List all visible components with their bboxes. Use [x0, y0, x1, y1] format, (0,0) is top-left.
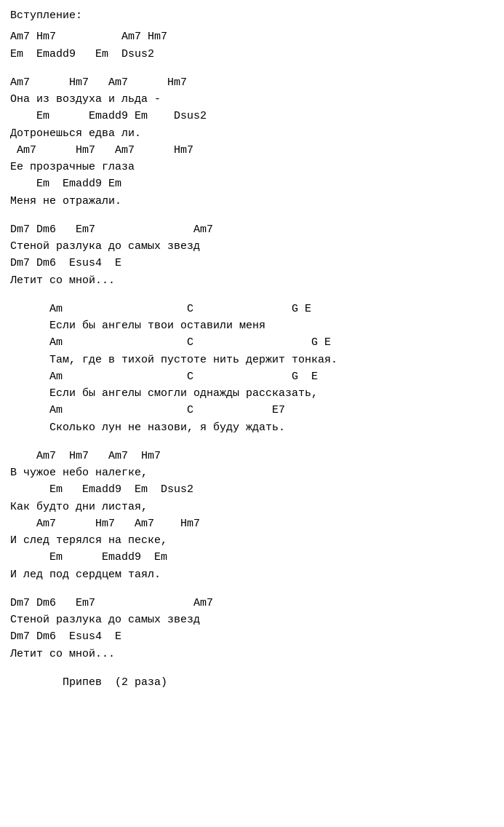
bridge1: Dm7 Dm6 Em7 Am7Стеной разлука до самых з… [10, 221, 494, 289]
song-line: Если бы ангелы твои оставили меня [10, 317, 494, 334]
song-line: И лед под сердцем таял. [10, 566, 494, 583]
song-line: Стеной разлука до самых звезд [10, 238, 494, 255]
spacer5 [10, 587, 494, 595]
song-line: И след терялся на песке, [10, 532, 494, 549]
spacer3 [10, 293, 494, 301]
verse1: Am7 Hm7 Am7 Hm7Она из воздуха и льда - E… [10, 74, 494, 210]
song-line: Если бы ангелы смогли однажды рассказать… [10, 385, 494, 402]
song-line: В чужое небо налегке, [10, 464, 494, 481]
song-line: Dm7 Dm6 Esus4 E [10, 255, 494, 272]
song-line: Вступление: [10, 7, 494, 24]
song-line: Dm7 Dm6 Em7 Am7 [10, 221, 494, 238]
song-line: Am7 Hm7 Am7 Hm7 [10, 515, 494, 532]
song-line: Em Emadd9 Em [10, 175, 494, 192]
song-line: Меня не отражали. [10, 193, 494, 210]
song-line: Летит со мной... [10, 646, 494, 662]
song-line: Am7 Hm7 Am7 Hm7 [10, 142, 494, 159]
spacer2 [10, 214, 494, 221]
verse2: Am7 Hm7 Am7 Hm7В чужое небо налегке, Em … [10, 448, 494, 583]
song-line: Стеной разлука до самых звезд [10, 612, 494, 628]
spacer4 [10, 440, 494, 448]
song-line: Am C G E [10, 334, 494, 351]
bridge2: Dm7 Dm6 Em7 Am7Стеной разлука до самых з… [10, 595, 494, 662]
song-line: Am C E7 [10, 402, 494, 419]
chorus-label: Припев (2 раза) [10, 674, 494, 691]
song-line: Em Emadd9 Em Dsus2 [10, 46, 494, 63]
intro-label: Вступление: [10, 7, 494, 24]
song-container: Вступление:Am7 Hm7 Am7 Hm7Em Emadd9 Em D… [10, 7, 494, 691]
song-line: Она из воздуха и льда - [10, 91, 494, 108]
song-line: Am7 Hm7 Am7 Hm7 [10, 448, 494, 464]
song-line: Am C G E [10, 301, 494, 317]
chorus1: Am C G E Если бы ангелы твои оставили ме… [10, 301, 494, 436]
song-line: Em Emadd9 Em [10, 549, 494, 566]
song-line: Ее прозрачные глаза [10, 159, 494, 175]
song-line: Dm7 Dm6 Em7 Am7 [10, 595, 494, 612]
song-line: Dm7 Dm6 Esus4 E [10, 628, 494, 645]
spacer1 [10, 67, 494, 74]
song-line: Как будто дни листая, [10, 499, 494, 515]
spacer6 [10, 667, 494, 674]
song-line: Em Emadd9 Em Dsus2 [10, 481, 494, 498]
song-line: Сколько лун не назови, я буду ждать. [10, 419, 494, 436]
intro-chords: Am7 Hm7 Am7 Hm7Em Emadd9 Em Dsus2 [10, 28, 494, 63]
song-line: Припев (2 раза) [10, 674, 494, 691]
song-line: Там, где в тихой пустоте нить держит тон… [10, 352, 494, 368]
song-line: Am7 Hm7 Am7 Hm7 [10, 74, 494, 91]
song-line: Am C G E [10, 368, 494, 385]
song-line: Летит со мной... [10, 272, 494, 289]
song-line: Em Emadd9 Em Dsus2 [10, 108, 494, 124]
song-line: Am7 Hm7 Am7 Hm7 [10, 28, 494, 45]
song-line: Дотронешься едва ли. [10, 125, 494, 142]
